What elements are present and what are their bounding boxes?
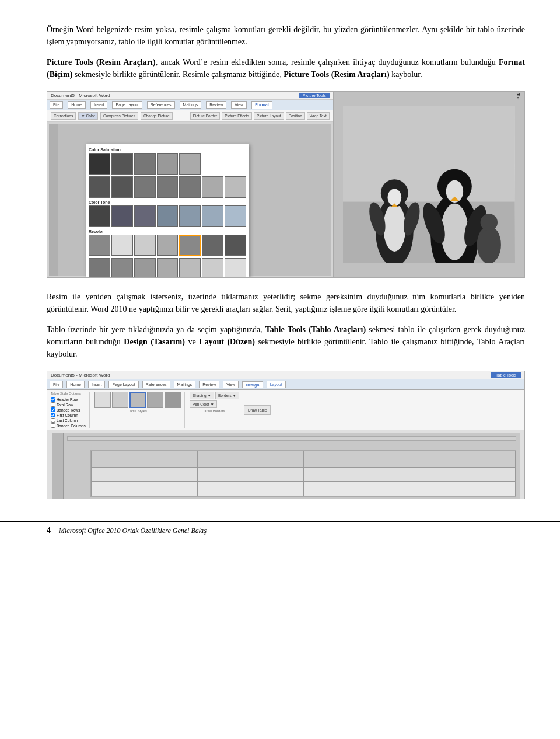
- tab2-references[interactable]: References: [142, 381, 170, 388]
- tab-references[interactable]: References: [147, 101, 175, 109]
- penguin-photo: [343, 106, 514, 263]
- swatch-3[interactable]: [134, 153, 156, 175]
- tab-home[interactable]: Home: [68, 101, 86, 109]
- thumb-4-3[interactable]: [134, 258, 156, 278]
- tab-mailings[interactable]: Mailings: [180, 101, 202, 109]
- last-column-checkbox-label[interactable]: Last Column: [51, 418, 86, 423]
- total-row-checkbox-label[interactable]: Total Row: [51, 402, 86, 407]
- change-picture-button[interactable]: Change Picture: [141, 112, 173, 120]
- color-saturation-label: Color Saturation: [89, 148, 246, 152]
- picture-tools-bold2: Picture Tools (Resim Araçları): [284, 70, 389, 79]
- borders-button[interactable]: Borders ▼: [215, 392, 239, 399]
- tab2-view[interactable]: View: [223, 381, 239, 388]
- thumb-3-2[interactable]: [111, 235, 133, 256]
- total-row-checkbox[interactable]: [51, 402, 55, 407]
- thumb-2-5[interactable]: [179, 205, 201, 227]
- paragraph-3-text: Resim ile yeniden çalışmak isterseniz, ü…: [47, 292, 525, 313]
- thumb-4-2[interactable]: [111, 258, 133, 278]
- table-in-document: [90, 450, 516, 497]
- thumb-3-5[interactable]: [179, 235, 201, 256]
- corrections-button[interactable]: Corrections: [51, 112, 76, 120]
- thumb-3-1[interactable]: [89, 235, 110, 256]
- thumb-4-5[interactable]: [179, 258, 201, 278]
- tab-review[interactable]: Review: [206, 101, 226, 109]
- tab-page-layout[interactable]: Page Layout: [112, 101, 142, 109]
- shading-button[interactable]: Shading ▼: [190, 392, 214, 399]
- thumb-1-2[interactable]: [111, 176, 133, 198]
- color-button[interactable]: ▼ Color: [78, 112, 98, 120]
- table-style-2[interactable]: [112, 392, 128, 408]
- compress-button[interactable]: Compress Pictures: [100, 112, 138, 120]
- thumb-1-7[interactable]: [225, 176, 246, 198]
- last-column-checkbox[interactable]: [51, 418, 55, 423]
- thumb-1-6[interactable]: [202, 176, 223, 198]
- banded-rows-checkbox-label[interactable]: Banded Rows: [51, 407, 86, 412]
- penguin-scene: [343, 106, 514, 263]
- thumb-3-7[interactable]: [225, 235, 246, 256]
- tab-file[interactable]: File: [50, 101, 63, 109]
- thumb-3-6[interactable]: [202, 235, 223, 256]
- tab-insert[interactable]: Insert: [90, 101, 108, 109]
- header-row-checkbox[interactable]: [51, 397, 55, 402]
- draw-table-button[interactable]: Draw Table: [244, 405, 271, 415]
- thumb-2-7[interactable]: [225, 205, 246, 227]
- paragraph-2-text1: , ancak Word’e resim ekledikten sonra, r…: [156, 58, 499, 67]
- picture-border-button[interactable]: Picture Border: [190, 112, 220, 120]
- thumb-1-3[interactable]: [134, 176, 156, 198]
- thumb-2-6[interactable]: [202, 205, 223, 227]
- thumb-2-3[interactable]: [134, 205, 156, 227]
- thumb-row-4: [89, 258, 246, 278]
- thumb-2-2[interactable]: [111, 205, 133, 227]
- banded-rows-checkbox[interactable]: [51, 407, 55, 412]
- swatch-1[interactable]: [89, 153, 110, 175]
- table-style-1[interactable]: [94, 392, 111, 408]
- thumb-2-4[interactable]: [157, 205, 178, 227]
- table-style-4[interactable]: [147, 392, 163, 408]
- table-header-row: [92, 451, 516, 468]
- tab2-mailings[interactable]: Mailings: [174, 381, 196, 388]
- table-style-5[interactable]: [164, 392, 181, 408]
- corner-tor-label: Tor: [516, 93, 521, 100]
- header-row-checkbox-label[interactable]: Header Row: [51, 397, 86, 402]
- first-column-checkbox[interactable]: [51, 413, 55, 417]
- thumb-3-3[interactable]: [134, 235, 156, 256]
- first-column-checkbox-label[interactable]: First Column: [51, 413, 86, 417]
- thumb-4-1[interactable]: [89, 258, 110, 278]
- thumb-4-6[interactable]: [202, 258, 223, 278]
- thumb-1-4[interactable]: [157, 176, 178, 198]
- banded-columns-checkbox-label[interactable]: Banded Columns: [51, 423, 86, 428]
- tab2-design[interactable]: Design: [242, 381, 262, 388]
- thumb-1-1[interactable]: [89, 176, 110, 198]
- pen-color-button[interactable]: Pen Color ▼: [190, 400, 217, 408]
- table-cell: [197, 482, 303, 496]
- paragraph-2-text2: sekmesiyle birlikte görüntülenir. Resiml…: [72, 70, 284, 79]
- thumb-1-5[interactable]: [179, 176, 201, 198]
- swatch-4[interactable]: [157, 153, 178, 175]
- banded-columns-checkbox[interactable]: [51, 423, 55, 428]
- tab2-review[interactable]: Review: [199, 381, 219, 388]
- picture-tools-label: Picture Tools: [299, 93, 330, 98]
- thumb-2-1[interactable]: [89, 205, 110, 227]
- tab2-home[interactable]: Home: [66, 381, 85, 388]
- position-button[interactable]: Position: [286, 112, 305, 120]
- tab-format[interactable]: Format: [251, 101, 272, 109]
- thumb-3-4[interactable]: [157, 235, 178, 256]
- picture-tools-badge: Picture Tools: [299, 93, 330, 98]
- thumb-4-4[interactable]: [157, 258, 178, 278]
- table-style-3-selected[interactable]: [130, 392, 146, 408]
- swatch-5[interactable]: [179, 153, 201, 175]
- footer: 4 Microsoft Office 2010 Ortak Özellikler…: [0, 521, 560, 535]
- tab2-layout[interactable]: Layout: [267, 381, 286, 388]
- swatch-2[interactable]: [111, 153, 133, 175]
- thumb-4-7[interactable]: [225, 258, 246, 278]
- table-cell: [303, 451, 410, 468]
- wrap-text-button[interactable]: Wrap Text: [307, 112, 330, 120]
- table-style-options: Table Style Options Header Row Total Row…: [51, 392, 90, 428]
- tab2-file[interactable]: File: [50, 381, 63, 388]
- table-style-options-label: Table Style Options: [51, 392, 86, 395]
- tab2-insert[interactable]: Insert: [88, 381, 106, 388]
- picture-effects-button[interactable]: Picture Effects: [222, 112, 252, 120]
- tab-view[interactable]: View: [231, 101, 247, 109]
- tab2-page-layout[interactable]: Page Layout: [108, 381, 138, 388]
- picture-layout-button[interactable]: Picture Layout: [254, 112, 284, 120]
